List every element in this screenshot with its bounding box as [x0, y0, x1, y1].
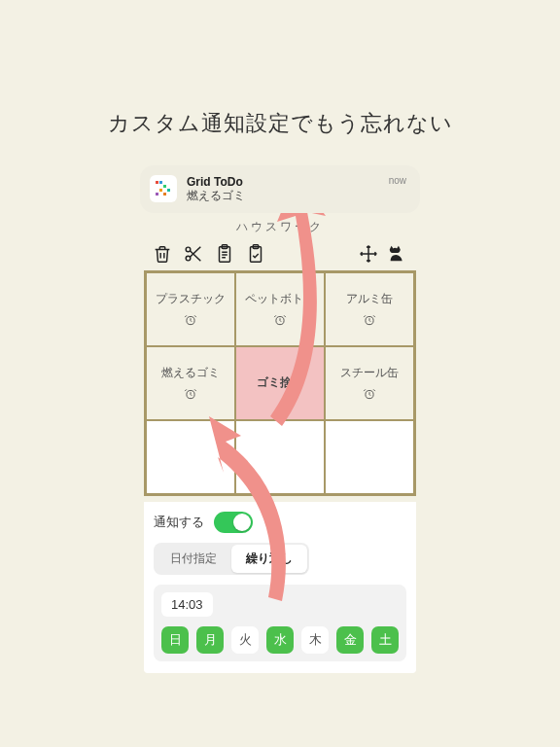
alarm-icon	[363, 313, 376, 327]
move-icon[interactable]	[356, 241, 381, 267]
day-mon[interactable]: 月	[196, 626, 224, 654]
app-icon	[150, 175, 177, 202]
grid-cell[interactable]: ペットボトル	[235, 272, 325, 346]
grid-cell-empty[interactable]	[235, 420, 325, 494]
svg-point-7	[186, 247, 191, 252]
clipboard-paste-icon[interactable]	[243, 241, 268, 267]
alarm-icon	[363, 387, 376, 401]
cell-label: ペットボトル	[245, 291, 315, 307]
alarm-icon	[184, 313, 197, 327]
grid-cell[interactable]: 燃えるゴミ	[146, 346, 235, 420]
day-fri[interactable]: 金	[336, 626, 364, 654]
tab-repeat[interactable]: 繰り返し	[231, 545, 307, 573]
svg-rect-2	[163, 185, 166, 188]
grid-cell[interactable]: アルミ缶	[325, 272, 414, 346]
svg-rect-6	[163, 193, 166, 196]
svg-rect-1	[159, 181, 162, 184]
page-headline: カスタム通知設定でもう忘れない	[0, 109, 560, 138]
alarm-icon	[184, 387, 197, 401]
grid-cell-center[interactable]: ゴミ捨て	[235, 346, 325, 420]
day-sat[interactable]: 土	[371, 626, 399, 654]
settings-panel: 通知する 日付指定 繰り返し 14:03 日 月 火 水 木 金 土	[144, 502, 416, 673]
category-label: ハウスワーク	[144, 219, 416, 235]
trash-icon[interactable]	[150, 241, 175, 267]
day-wed[interactable]: 水	[266, 626, 294, 654]
cat-icon[interactable]	[385, 241, 410, 267]
tab-date[interactable]: 日付指定	[156, 545, 231, 573]
notify-label: 通知する	[154, 514, 204, 531]
svg-rect-0	[156, 181, 158, 184]
toolbar	[144, 241, 416, 270]
alarm-icon	[273, 313, 287, 327]
cell-label: プラスチック	[156, 291, 226, 307]
day-sun[interactable]: 日	[161, 626, 189, 654]
app-card: ハウスワーク プラスチック ペットボトル アルミ缶 燃えるゴミ ゴミ捨て スチー…	[144, 219, 416, 673]
svg-rect-3	[159, 189, 162, 192]
segmented-control: 日付指定 繰り返し	[154, 543, 309, 575]
cell-label: アルミ缶	[346, 291, 393, 307]
cell-label: ゴミ捨て	[257, 374, 303, 391]
day-thu[interactable]: 木	[301, 626, 329, 654]
notification-body: 燃えるゴミ	[187, 189, 406, 202]
svg-rect-5	[167, 189, 170, 192]
push-notification[interactable]: Grid ToDo 燃えるゴミ now	[140, 165, 420, 213]
time-chip[interactable]: 14:03	[161, 592, 213, 617]
scissors-icon[interactable]	[181, 241, 206, 267]
cell-label: スチール缶	[340, 365, 399, 381]
notification-title: Grid ToDo	[187, 175, 406, 189]
grid-cell-empty[interactable]	[146, 420, 235, 494]
day-picker: 日 月 火 水 木 金 土	[161, 626, 399, 654]
day-tue[interactable]: 火	[231, 626, 259, 654]
todo-grid: プラスチック ペットボトル アルミ缶 燃えるゴミ ゴミ捨て スチール缶	[144, 270, 416, 496]
cell-label: 燃えるゴミ	[161, 365, 220, 381]
notify-toggle[interactable]	[214, 512, 253, 533]
clipboard-icon[interactable]	[212, 241, 237, 267]
grid-cell[interactable]: プラスチック	[146, 272, 235, 346]
time-block: 14:03 日 月 火 水 木 金 土	[154, 585, 406, 661]
svg-rect-4	[156, 193, 158, 196]
notification-time: now	[389, 175, 406, 186]
svg-point-8	[186, 256, 191, 261]
notification-text: Grid ToDo 燃えるゴミ	[187, 175, 406, 203]
grid-cell-empty[interactable]	[325, 420, 414, 494]
grid-cell[interactable]: スチール缶	[325, 346, 414, 420]
